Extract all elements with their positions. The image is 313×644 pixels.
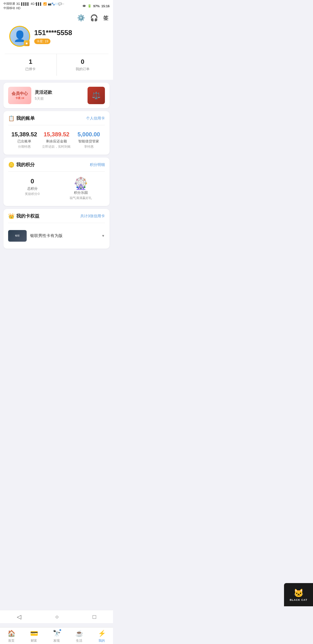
- status-bar: 中国联通 3G ▌▌▌▌ 4G⁺▌▌▌ 📶 📷🐾✉️💬··· 中国移动 HD 👁…: [0, 0, 113, 11]
- points-row: 0 总积分 奖励积分0 🎡 积分乐园 福气满满赢好礼: [8, 176, 105, 202]
- points-park-icon: 🎡: [57, 178, 105, 189]
- benefits-title-text: 我的卡权益: [16, 213, 39, 219]
- app-icons: 📷🐾✉️💬···: [48, 2, 64, 6]
- signal2: 4G⁺▌▌▌: [31, 2, 42, 6]
- points-icon: 🪙: [8, 162, 14, 168]
- points-park-label: 积分乐园: [57, 190, 105, 195]
- vip-logo-top: 会员中心: [12, 91, 28, 96]
- bill-item-2[interactable]: 5,000.00 智能借贷管家 享特惠: [73, 131, 105, 149]
- avatar-wrapper[interactable]: 👤: [9, 26, 30, 47]
- activity-image: ⚖️: [88, 87, 105, 104]
- bill-card: 📋 我的账单 个人信用卡 15,389.52 已出账单 分期特惠 15,389.…: [3, 111, 110, 155]
- benefits-section-title: 👑 我的卡权益: [8, 213, 39, 219]
- bound-cards-label: 已绑卡: [5, 67, 57, 72]
- bill-amount-0: 15,389.52: [8, 131, 40, 138]
- ka-xing-badge[interactable]: 卡星: 19: [34, 39, 50, 44]
- profile-section: 👤 151****5558 卡星: 19: [5, 26, 108, 53]
- points-divider: [8, 171, 105, 172]
- points-card: 🪙 我的积分 积分明细 0 总积分 奖励积分0 🎡 积分乐园 福气满满赢好礼: [3, 158, 110, 206]
- benefit-card-name: 银联男性卡有为版: [30, 233, 98, 238]
- activity-content: 灵活还款 5天前: [35, 90, 84, 101]
- points-section-title: 🪙 我的积分: [8, 162, 35, 168]
- benefit-item[interactable]: 银联 银联男性卡有为版 ▼: [8, 227, 105, 245]
- status-right: 👁 🔋 97% 15:16: [83, 4, 110, 8]
- bound-cards-number: 1: [5, 58, 57, 66]
- battery-percent: 97%: [93, 4, 100, 8]
- header-icons: ⚙️ 🎧 签: [5, 14, 108, 22]
- points-total-item[interactable]: 0 总积分 奖励积分0: [8, 178, 57, 200]
- bill-name-2: 智能借贷管家: [73, 139, 105, 144]
- carrier2-type: HD: [16, 7, 20, 10]
- bill-icon: 📋: [8, 115, 14, 122]
- orders-label: 我的订单: [57, 67, 109, 72]
- bill-amount-1: 15,389.52: [40, 131, 72, 138]
- profile-info: 151****5558 卡星: 19: [34, 29, 104, 44]
- activity-time: 5天前: [35, 96, 84, 101]
- bill-desc-1: 立即还款，实时到账: [40, 144, 72, 149]
- eye-icon: 👁: [83, 4, 86, 8]
- avatar-badge: [24, 40, 30, 46]
- clock: 15:16: [101, 4, 110, 8]
- stat-bound-cards[interactable]: 1 已绑卡: [5, 54, 57, 76]
- benefit-card-image: 银联: [8, 230, 27, 242]
- benefits-section-header: 👑 我的卡权益 共计3张信用卡: [8, 213, 105, 219]
- chevron-down-icon[interactable]: ▼: [101, 234, 105, 238]
- phone-number: 151****5558: [34, 29, 104, 37]
- benefits-card: 👑 我的卡权益 共计3张信用卡 银联 银联男性卡有为版 ▼: [3, 209, 110, 249]
- vip-logo-bottom: 卡星 19: [15, 96, 24, 100]
- carrier1-label: 中国联通: [3, 2, 15, 6]
- points-total-number: 0: [8, 178, 57, 185]
- battery-icon: 🔋: [88, 4, 92, 8]
- points-park-item[interactable]: 🎡 积分乐园 福气满满赢好礼: [57, 178, 105, 200]
- vip-center-logo: 会员中心 卡星 19: [8, 87, 31, 104]
- benefits-icon: 👑: [8, 213, 14, 219]
- bill-section-link[interactable]: 个人信用卡: [86, 116, 105, 121]
- points-total-label: 总积分: [8, 186, 57, 191]
- bill-divider: [8, 125, 105, 125]
- signal1: ▌▌▌▌: [21, 2, 29, 6]
- carrier-info: 中国联通 3G ▌▌▌▌ 4G⁺▌▌▌ 📶 📷🐾✉️💬··· 中国移动 HD: [3, 2, 64, 10]
- bill-amount-2: 5,000.00: [73, 131, 105, 138]
- bill-section-header: 📋 我的账单 个人信用卡: [8, 115, 105, 122]
- stat-orders[interactable]: 0 我的订单: [57, 54, 109, 76]
- points-title-text: 我的积分: [16, 162, 35, 168]
- carrier1-type: 3G: [16, 2, 20, 6]
- points-park-sublabel: 福气满满赢好礼: [57, 196, 105, 200]
- header: ⚙️ 🎧 签 👤 151****5558 卡星: 19: [0, 11, 113, 80]
- bill-section-title: 📋 我的账单: [8, 115, 35, 122]
- bill-item-0[interactable]: 15,389.52 已出账单 分期特惠: [8, 131, 40, 149]
- support-icon[interactable]: 🎧: [90, 14, 98, 22]
- points-total-sublabel: 奖励积分0: [8, 192, 57, 196]
- bill-item-1[interactable]: 15,389.52 剩余应还金额 立即还款，实时到账: [40, 131, 72, 149]
- sign-button[interactable]: 签: [103, 15, 108, 21]
- orders-number: 0: [57, 58, 109, 66]
- bill-desc-0: 分期特惠: [8, 144, 40, 149]
- carrier2-label: 中国移动: [3, 6, 15, 10]
- bill-desc-2: 享特惠: [73, 144, 105, 149]
- bill-title-text: 我的账单: [16, 115, 35, 122]
- settings-icon[interactable]: ⚙️: [77, 14, 85, 22]
- points-section-link[interactable]: 积分明细: [90, 162, 105, 167]
- points-section-header: 🪙 我的积分 积分明细: [8, 162, 105, 168]
- stats-row: 1 已绑卡 0 我的订单: [5, 54, 108, 76]
- bill-name-1: 剩余应还金额: [40, 139, 72, 144]
- benefits-section-link[interactable]: 共计3张信用卡: [80, 214, 105, 219]
- bill-row: 15,389.52 已出账单 分期特惠 15,389.52 剩余应还金额 立即还…: [8, 129, 105, 151]
- bill-name-0: 已出账单: [8, 139, 40, 144]
- activity-title: 灵活还款: [35, 90, 84, 95]
- activity-card[interactable]: 会员中心 卡星 19 灵活还款 5天前 ⚖️: [3, 83, 110, 108]
- benefits-divider: [8, 223, 105, 223]
- wifi-icon: 📶: [43, 2, 47, 6]
